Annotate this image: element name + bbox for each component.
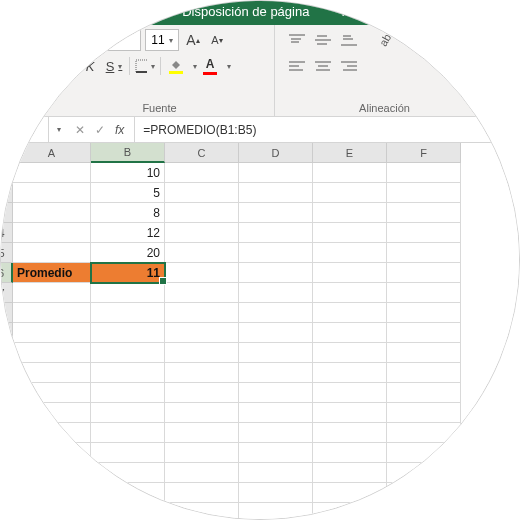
cell[interactable] — [165, 503, 239, 520]
row-header[interactable]: 13 — [0, 403, 13, 423]
cell[interactable] — [165, 183, 239, 203]
cell[interactable] — [387, 183, 461, 203]
cell[interactable]: 10 — [91, 163, 165, 183]
cell[interactable] — [387, 423, 461, 443]
cell[interactable] — [239, 283, 313, 303]
decrease-font-size-button[interactable]: A▾ — [207, 29, 227, 51]
cell[interactable] — [165, 423, 239, 443]
cell[interactable] — [387, 243, 461, 263]
column-header[interactable]: E — [313, 143, 387, 163]
cell[interactable]: 20 — [91, 243, 165, 263]
bold-button[interactable]: N — [55, 55, 77, 77]
cell[interactable] — [387, 283, 461, 303]
cell[interactable] — [165, 383, 239, 403]
cell[interactable] — [91, 503, 165, 520]
column-header[interactable]: C — [165, 143, 239, 163]
cell[interactable] — [387, 383, 461, 403]
column-header[interactable]: A — [13, 143, 91, 163]
align-right-button[interactable] — [337, 55, 361, 77]
cell[interactable] — [13, 323, 91, 343]
spreadsheet-grid[interactable]: 1 2 3 4 5 6 7 8 9 10 11 12 13 14 15 16 1… — [0, 143, 520, 520]
cell[interactable] — [165, 343, 239, 363]
cell[interactable] — [313, 383, 387, 403]
row-header[interactable]: 10 — [0, 343, 13, 363]
cell[interactable] — [239, 363, 313, 383]
select-all-corner[interactable] — [0, 143, 13, 163]
cell[interactable] — [313, 303, 387, 323]
font-color-button[interactable]: A — [199, 55, 221, 77]
cell[interactable] — [91, 483, 165, 503]
cell[interactable] — [313, 283, 387, 303]
cell[interactable] — [91, 403, 165, 423]
fx-icon[interactable]: fx — [115, 123, 124, 137]
cell[interactable] — [387, 263, 461, 283]
cell[interactable] — [239, 243, 313, 263]
cell[interactable] — [239, 203, 313, 223]
name-box[interactable]: 36 — [0, 117, 49, 142]
cell[interactable] — [387, 343, 461, 363]
fill-color-button[interactable] — [165, 55, 187, 77]
cell[interactable] — [387, 503, 461, 520]
column-header[interactable]: D — [239, 143, 313, 163]
chevron-down-icon[interactable]: ▾ — [227, 62, 231, 71]
column-header[interactable]: B — [91, 143, 165, 163]
orientation-button[interactable]: ab — [373, 29, 397, 51]
cell[interactable] — [165, 243, 239, 263]
cell[interactable] — [91, 363, 165, 383]
cancel-formula-button[interactable]: ✕ — [75, 123, 85, 137]
tab-page-layout[interactable]: Disposición de página — [166, 0, 325, 25]
row-header[interactable]: 8 — [0, 303, 13, 323]
chevron-down-icon[interactable]: ▾ — [193, 62, 197, 71]
cell[interactable] — [387, 483, 461, 503]
cell[interactable] — [13, 383, 91, 403]
cell[interactable]: 8 — [91, 203, 165, 223]
cell[interactable] — [91, 423, 165, 443]
cell[interactable] — [239, 263, 313, 283]
cell[interactable] — [313, 343, 387, 363]
cell[interactable] — [13, 203, 91, 223]
chevron-down-icon[interactable]: ▾ — [53, 125, 65, 134]
cell[interactable] — [165, 403, 239, 423]
cell[interactable] — [387, 163, 461, 183]
cell[interactable] — [91, 283, 165, 303]
cell[interactable] — [313, 503, 387, 520]
cell[interactable] — [387, 403, 461, 423]
cell[interactable] — [313, 323, 387, 343]
align-middle-button[interactable] — [311, 29, 335, 51]
cell[interactable] — [13, 303, 91, 323]
borders-button[interactable]: ▾ — [134, 55, 156, 77]
row-header[interactable]: 18 — [0, 503, 13, 520]
cell[interactable] — [13, 163, 91, 183]
cell[interactable] — [165, 483, 239, 503]
row-header[interactable]: 1 — [0, 163, 13, 183]
cell[interactable] — [313, 403, 387, 423]
cell[interactable] — [239, 443, 313, 463]
align-center-button[interactable] — [311, 55, 335, 77]
row-header[interactable]: 7 — [0, 283, 13, 303]
cell[interactable] — [165, 463, 239, 483]
cell[interactable] — [313, 443, 387, 463]
cell[interactable] — [239, 163, 313, 183]
italic-button[interactable]: K — [79, 55, 101, 77]
align-bottom-button[interactable] — [337, 29, 361, 51]
row-header[interactable]: 4 — [0, 223, 13, 243]
cell[interactable] — [239, 483, 313, 503]
row-header[interactable]: 9 — [0, 323, 13, 343]
align-left-button[interactable] — [285, 55, 309, 77]
active-cell[interactable]: 11 — [91, 263, 165, 283]
cell[interactable] — [239, 323, 313, 343]
increase-font-size-button[interactable]: A▴ — [183, 29, 203, 51]
cell[interactable] — [387, 303, 461, 323]
row-header[interactable]: 5 — [0, 243, 13, 263]
row-header[interactable]: 15 — [0, 443, 13, 463]
cell[interactable] — [91, 343, 165, 363]
font-size-combo[interactable]: 11 ▾ — [145, 29, 179, 51]
cell[interactable] — [13, 363, 91, 383]
cell[interactable] — [13, 183, 91, 203]
cell[interactable] — [387, 463, 461, 483]
cell[interactable] — [313, 363, 387, 383]
cell[interactable] — [165, 223, 239, 243]
cell[interactable] — [91, 323, 165, 343]
cell[interactable] — [313, 243, 387, 263]
cell[interactable] — [239, 303, 313, 323]
